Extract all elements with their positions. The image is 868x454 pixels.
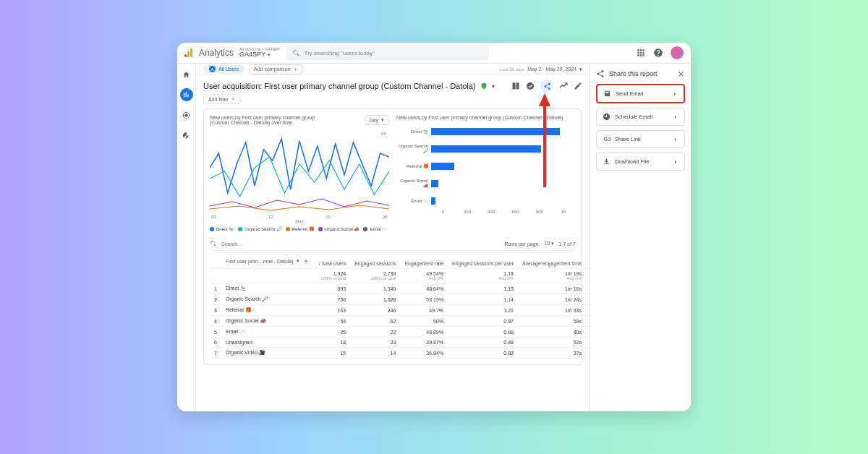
table-row[interactable]: 7Organic Video 🎥151436.84%0.8237s290 xyxy=(210,348,590,359)
table-row[interactable]: 1Direct 🛬8931,34648.64%1.131m 16s26,640 xyxy=(210,283,590,294)
add-dimension-button[interactable]: ＋ xyxy=(302,256,310,266)
table-row[interactable]: 3Referral 🎁16324649.7%1.211m 33s4,902 xyxy=(210,305,590,316)
table-row[interactable]: 4Organic Social 📣546250%0.9759s1,193 xyxy=(210,316,590,327)
compare-icon[interactable] xyxy=(511,82,520,90)
chevron-right-icon xyxy=(673,114,678,120)
segment-label: All Users xyxy=(218,67,239,72)
table-search-icon xyxy=(210,240,217,247)
bar-chart-title: New users by First user primary channel … xyxy=(396,115,563,120)
property-name: GA4SPY xyxy=(239,51,281,59)
report-title-bar: User acquisition: First user primary cha… xyxy=(196,75,590,94)
table-row[interactable]: 5Email ✉️252248.89%0.8840s413 xyxy=(210,327,590,338)
table-row[interactable]: 6Unassigned182329.87%0.4852s829 xyxy=(210,338,590,348)
segment-icon: A xyxy=(209,66,216,72)
verified-icon xyxy=(480,82,488,90)
chevron-right-icon xyxy=(673,137,678,142)
nav-explore[interactable] xyxy=(180,108,193,121)
share-schedule-email[interactable]: Schedule Email xyxy=(596,108,685,126)
top-bar: Analytics All accounts › GA4SPY GA4SPY T… xyxy=(177,43,691,64)
nav-rail xyxy=(177,64,196,411)
close-icon[interactable] xyxy=(677,70,685,78)
rows-per-page-select[interactable]: 10 ▾ xyxy=(545,241,555,247)
date-range-picker[interactable]: Last 28 days May 2 - May 29, 2024 ▾ xyxy=(500,67,582,72)
search-icon xyxy=(292,49,300,57)
nav-advertising[interactable] xyxy=(180,129,193,142)
table-search-input[interactable] xyxy=(221,241,500,247)
search-placeholder: Try searching "users today" xyxy=(305,50,375,56)
title-dropdown[interactable]: ▾ xyxy=(492,83,495,90)
apps-icon[interactable] xyxy=(636,48,646,58)
report-title: User acquisition: First user primary cha… xyxy=(203,82,476,90)
svg-text:60: 60 xyxy=(381,131,387,136)
top-actions xyxy=(636,46,684,59)
share-send-email[interactable]: Send Email xyxy=(596,84,685,103)
mail-icon xyxy=(603,90,611,98)
property-selector[interactable]: All accounts › GA4SPY GA4SPY xyxy=(239,47,281,59)
insights-icon[interactable] xyxy=(526,82,535,90)
data-table: Rows per page: 10 ▾ 1-7 of 7 First user … xyxy=(210,237,576,359)
bar-chart: New users by First user primary channel … xyxy=(396,115,576,231)
download-icon xyxy=(603,158,610,166)
share-icon xyxy=(543,82,551,90)
line-chart: New users by First user primary channel … xyxy=(210,115,389,231)
share-icon xyxy=(596,69,605,78)
pagination-label: 1-7 of 7 xyxy=(558,241,576,247)
analytics-logo-icon xyxy=(184,48,195,57)
line-chart-title: New users by First user primary channel … xyxy=(210,115,326,125)
add-filter-button[interactable]: Add filter＋ xyxy=(203,94,241,104)
date-preset-label: Last 28 days xyxy=(500,67,524,72)
share-panel: Share this report Send Email Schedule Em… xyxy=(590,64,691,411)
chevron-right-icon xyxy=(672,91,678,97)
share-panel-title: Share this report xyxy=(609,70,673,77)
comparison-bar: A All Users Add comparison＋ Last 28 days… xyxy=(196,64,590,75)
table-row[interactable]: 2Organic Search 🔎7561,02853.15%1.141m 24… xyxy=(210,294,590,305)
product-name: Analytics xyxy=(199,48,234,58)
dimension-header[interactable]: First user prim…nnel - Datola) xyxy=(226,259,294,264)
add-comparison-button[interactable]: Add comparison＋ xyxy=(249,64,303,74)
nav-home[interactable] xyxy=(180,68,193,81)
share-button[interactable] xyxy=(540,80,553,93)
totals-row: 1,924100% of total 2,738100% of total 49… xyxy=(210,269,590,283)
overview-card: New users by First user primary channel … xyxy=(203,108,582,365)
edit-icon[interactable] xyxy=(574,82,582,90)
segment-all-users[interactable]: A All Users xyxy=(203,65,244,73)
product-logo: Analytics xyxy=(184,48,234,58)
link-icon xyxy=(603,135,610,143)
chevron-right-icon xyxy=(673,159,678,165)
clock-icon xyxy=(603,113,610,121)
nav-reports[interactable] xyxy=(180,88,193,101)
trend-icon[interactable] xyxy=(559,82,568,90)
share-download[interactable]: Download File xyxy=(596,153,685,171)
global-search[interactable]: Try searching "users today" xyxy=(286,46,489,60)
date-range-text: May 2 - May 29, 2024 xyxy=(527,67,576,72)
help-icon[interactable] xyxy=(653,48,663,58)
granularity-selector[interactable]: Day▾ xyxy=(365,115,389,125)
share-link[interactable]: Share Link xyxy=(596,130,685,148)
user-avatar[interactable] xyxy=(671,46,684,59)
chart-legend: Direct 🛬 Organic Search 🔎 Referral 🎁 Org… xyxy=(210,226,389,231)
